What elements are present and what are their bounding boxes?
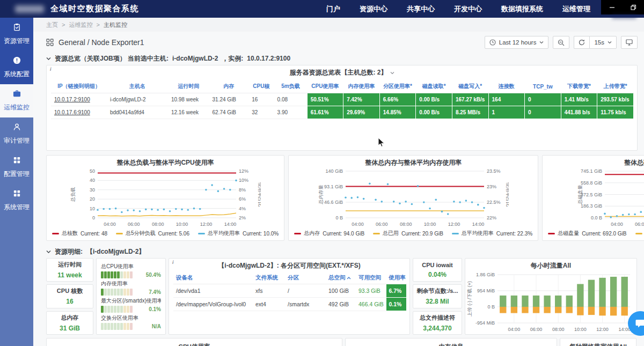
minimize-icon[interactable] (609, 4, 615, 10)
user-icon (13, 123, 21, 132)
svg-text:30: 30 (90, 187, 95, 193)
legend-item[interactable]: 总内存Current: 94.0 GiB (294, 230, 364, 237)
legend-item[interactable]: 总已用Current: 20.9 GiB (373, 230, 443, 237)
breadcrumb-item[interactable]: 主机监控 (104, 21, 127, 29)
server-table-title[interactable]: 服务器资源总览表【主机总数: 2】 (47, 65, 637, 77)
server-table-header[interactable]: IP（链接到明细） (51, 80, 107, 93)
partition-table-header[interactable]: 文件系统 (253, 272, 285, 284)
server-table-header[interactable]: 磁盘读取* (416, 80, 452, 93)
overview-section-header[interactable]: 资源总览（关联JOB项） 当前选中主机: i-dcoMjgwLD-2 ，实例: … (33, 52, 644, 65)
breadcrumb-item[interactable]: 运维监控 (69, 21, 92, 29)
svg-text:20: 20 (90, 196, 95, 202)
bottom-panel-每秒网络带宽使用All: 每秒网络带宽使用All (560, 338, 636, 346)
detail-section-header[interactable]: 资源明细: 【i-dcoMjgwLD-2】 (33, 245, 644, 258)
restore-icon[interactable] (631, 4, 636, 10)
gauge-cell (130, 306, 133, 313)
kiosk-mode-button[interactable] (621, 36, 638, 49)
refresh-interval-picker[interactable]: 15s (589, 36, 617, 49)
nav-item-运维管理[interactable]: 运维管理 (562, 4, 590, 14)
server-table-header[interactable]: 分区使用率* (379, 80, 416, 93)
server-table-header[interactable]: 连接数 (488, 80, 525, 93)
bar-gauge: 7.4% (101, 289, 161, 296)
partition-table-header[interactable]: 设备名 (173, 272, 253, 284)
legend-item[interactable]: 总5分钟负载Current: 5.06 (116, 230, 189, 237)
server-table-header[interactable]: TCP_tw (525, 80, 561, 93)
stat-panel-运行时间: 运行时间11 week (46, 258, 93, 282)
sidebar-item-系统管理[interactable]: 系统管理 (0, 184, 33, 217)
info-icon[interactable]: i (172, 260, 174, 265)
chart-load: 010203040502%4%6%8%10%12%04:0006:0008:00… (70, 167, 261, 229)
chevron-down-icon (539, 41, 544, 44)
bar-gauge: 0.1% (101, 306, 161, 313)
stat-label: 总内存 (61, 314, 79, 322)
svg-text:08:00: 08:00 (152, 222, 164, 227)
svg-text:总负载: 总负载 (70, 187, 76, 202)
svg-text:14:00: 14:00 (224, 222, 237, 227)
svg-text:954 MiB: 954 MiB (477, 288, 495, 293)
stat-value: 3,244,370 (423, 325, 451, 332)
breadcrumb-item[interactable]: 主页 (46, 21, 58, 29)
gauge-cell (111, 271, 113, 278)
partition-table-header[interactable]: 总空间 (326, 272, 356, 284)
gauge-cell (114, 289, 116, 296)
server-table-header[interactable]: CPU核 (248, 80, 274, 93)
breadcrumb-separator: > (96, 21, 99, 28)
legend-item[interactable]: 总使用量Current: 22.1 GiB (635, 230, 644, 237)
chart-legend: 总磁盘量Current: 692.0 GiB总使用量Current: 22.1 … (543, 229, 644, 237)
nav-item-资源中心[interactable]: 资源中心 (360, 4, 387, 14)
info-icon[interactable]: i (50, 67, 52, 72)
dashboard-header: General / Node Exporter1 Last 12 hours 1 (33, 32, 644, 52)
legend-series-name: 总平均使用率 (462, 230, 494, 237)
partition-table-header[interactable]: 使用率 (386, 272, 406, 284)
legend-item[interactable]: 总磁盘量Current: 692.0 GiB (548, 230, 626, 237)
svg-text:22%: 22% (487, 215, 496, 220)
nav-item-共享中心[interactable]: 共享中心 (407, 4, 435, 14)
table-cell: 6.66% (379, 93, 416, 106)
sidebar-item-配置管理[interactable]: 配置管理 (0, 151, 33, 184)
nav-item-开发中心[interactable]: 开发中心 (454, 4, 482, 14)
sidebar-item-系统配置[interactable]: 系统配置 (0, 51, 33, 84)
legend-current-value: Current: 94.0 GiB (323, 231, 364, 237)
traffic-chart-title: 每小时流量All (465, 259, 636, 270)
sidebar-item-运维监控[interactable]: 运维监控 (0, 84, 33, 117)
server-table-header[interactable]: 下载带宽* (561, 80, 597, 93)
gauge-cell (123, 306, 126, 313)
legend-item[interactable]: 总平均使用率Current: 22.3% (452, 230, 532, 237)
time-range-picker[interactable]: Last 12 hours (485, 36, 549, 49)
sidebar-item-资源管理[interactable]: 资源管理 (0, 18, 33, 51)
nav-item-门户[interactable]: 门户 (326, 4, 340, 14)
svg-text:23%: 23% (487, 184, 496, 189)
legend-item[interactable]: 总平均使用率Current: 10.0% (198, 230, 279, 237)
zoom-out-button[interactable] (553, 36, 569, 49)
legend-current-value: Current: 48 (80, 231, 107, 237)
host-link[interactable]: 10.0.17.6:9100 (51, 106, 107, 119)
partition-panel: i 【i-dcoMjgwLD-2】: 各分区可用空间(EXT.*/XFS) 设备… (169, 258, 410, 335)
svg-text:0 B: 0 B (336, 215, 343, 220)
server-table-header[interactable]: 5m负载 (274, 80, 308, 93)
gauge-cell (117, 306, 120, 313)
stat-value: 32.8 Mil (426, 298, 449, 305)
sidebar-item-审计管理[interactable]: 审计管理 (0, 117, 33, 151)
server-table-header[interactable]: 上传带宽* (597, 80, 634, 93)
gauge-cells (101, 271, 133, 278)
refresh-button[interactable] (574, 36, 589, 49)
server-table-header[interactable]: 磁盘写入* (452, 80, 488, 93)
usage-cell: 0.1% (386, 298, 406, 311)
host-link[interactable]: 10.0.17.2:9100 (51, 93, 107, 106)
nav-item-数据填报系统[interactable]: 数据填报系统 (501, 4, 543, 14)
gauge-cell (117, 323, 120, 330)
server-table-header[interactable]: 内存使用率 (343, 80, 380, 93)
server-table-header[interactable]: 主机名 (107, 80, 168, 93)
partition-table-header[interactable]: 分区 (285, 272, 326, 284)
table-row: 10.0.17.2:9100i-dcoMjgwLD-210.98 week31.… (51, 93, 634, 106)
svg-text:06:00: 06:00 (635, 222, 644, 227)
server-table-header[interactable]: 内存 (209, 80, 249, 93)
server-table-header[interactable]: 运行时间 (168, 80, 209, 93)
partition-table-header[interactable]: 可用空间 (356, 272, 386, 284)
table-cell: 62.74 GiB (209, 106, 249, 119)
svg-text:23.5%: 23.5% (487, 168, 501, 174)
sidebar-item-label: 运维监控 (4, 103, 30, 112)
gauge-cell (117, 271, 120, 278)
legend-item[interactable]: 总核数Current: 48 (52, 230, 107, 237)
server-table-header[interactable]: CPU使用率 (307, 80, 343, 93)
